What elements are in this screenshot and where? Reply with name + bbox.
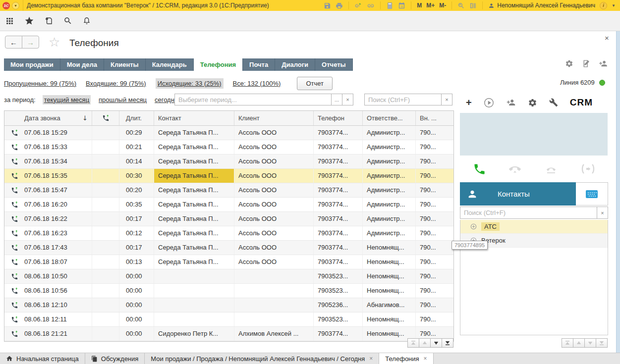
table-row[interactable]: 07.06.18 15:35 00:30 Середа Татьяна П...… [4, 169, 453, 183]
bottom-tab-my-sales[interactable]: Мои продажи / Продажа / Непомнящий Алекс… [145, 353, 379, 364]
wrench-settings-icon[interactable] [549, 98, 558, 107]
go-link-icon[interactable] [367, 2, 375, 9]
cell-contact [154, 298, 234, 312]
tab-dialogs[interactable]: Диалоги [275, 58, 315, 71]
tab-my-tasks[interactable]: Мои дела [60, 58, 104, 71]
report-button[interactable]: Отчет [297, 77, 333, 90]
contacts-search-input[interactable] [460, 207, 597, 218]
filter-outgoing[interactable]: Исходящие: 33 (25%) [156, 78, 224, 89]
bottom-tab-discussions[interactable]: Обсуждения [85, 353, 145, 364]
tab-mail[interactable]: Почта [243, 58, 275, 71]
zoom-in-icon[interactable] [457, 2, 465, 9]
softphone-settings-gear-icon[interactable] [528, 98, 537, 107]
save-icon[interactable] [324, 2, 331, 9]
close-form-icon[interactable]: × [605, 34, 609, 42]
period-picker-more-button[interactable]: ... [331, 94, 342, 105]
column-header-internal[interactable]: Вн. ... [416, 111, 454, 125]
column-header-duration[interactable]: Длит. [119, 111, 154, 125]
table-row[interactable]: 07.06.18 16:22 00:17 Середа Татьяна П...… [4, 212, 453, 226]
table-row[interactable]: 07.06.18 16:20 00:35 Середа Татьяна П...… [4, 198, 453, 212]
hold-call-button[interactable] [544, 163, 558, 175]
table-row[interactable]: 07.06.18 15:29 00:29 Середа Татьяна П...… [4, 126, 453, 140]
get-link-icon[interactable] [354, 2, 362, 9]
table-row[interactable]: 07.06.18 18:07 00:13 Середа Татьяна П...… [4, 255, 453, 269]
edit-journal-icon[interactable] [582, 59, 590, 68]
scroll-first-button[interactable] [407, 338, 419, 348]
scroll-first-button[interactable] [562, 338, 573, 348]
transfer-call-button[interactable] [580, 163, 595, 175]
close-tab-icon[interactable]: × [369, 355, 373, 362]
add-contact-icon[interactable] [506, 98, 516, 107]
period-picker-clear-button[interactable]: × [342, 94, 353, 105]
split-window-icon[interactable] [469, 2, 477, 9]
scroll-last-button[interactable] [442, 338, 453, 348]
scroll-up-button[interactable] [419, 338, 431, 348]
table-row[interactable]: 07.06.18 15:34 00:14 Середа Татьяна П...… [4, 155, 453, 169]
tab-telephony[interactable]: Телефония [194, 58, 243, 71]
history-icon[interactable] [44, 16, 54, 26]
filter-missed[interactable]: Пропущенные: 99 (75%) [4, 80, 76, 87]
calendar-icon[interactable]: 31 [398, 2, 405, 9]
tab-calendar[interactable]: Календарь [146, 58, 194, 71]
memory-m-button[interactable]: M [417, 2, 422, 9]
table-search-clear-button[interactable]: × [441, 94, 452, 105]
main-menu-caret-icon[interactable]: ▼ [12, 2, 19, 9]
answer-call-button[interactable] [473, 162, 486, 176]
table-row[interactable]: 07.06.18 17:43 00:17 Середа Татьяна П...… [4, 241, 453, 255]
vertical-scrollbar[interactable] [616, 31, 620, 353]
tab-dialpad[interactable] [576, 182, 608, 206]
bottom-tab-telephony[interactable]: Телефония × [379, 353, 433, 364]
table-row[interactable]: 07.06.18 16:23 00:12 Середа Татьяна П...… [4, 226, 453, 241]
calculator-icon[interactable] [386, 2, 394, 9]
menu-grid-icon[interactable] [5, 16, 14, 26]
table-row[interactable]: 07.06.18 15:33 00:21 Середа Татьяна П...… [4, 140, 453, 155]
scroll-down-button[interactable] [430, 338, 442, 348]
column-header-responsible[interactable]: Ответстве... [363, 111, 416, 125]
tab-clients[interactable]: Клиенты [104, 58, 146, 71]
table-row[interactable]: 08.06.18 12:10 00:00 7905236... Абнагимо… [4, 298, 453, 312]
notifications-bell-icon[interactable] [82, 16, 91, 25]
forward-button[interactable]: → [22, 36, 39, 49]
tab-reports[interactable]: Отчеты [315, 58, 353, 71]
column-header-contact[interactable]: Контакт [154, 111, 234, 125]
scroll-last-button[interactable] [596, 338, 608, 348]
bottom-tab-home[interactable]: Начальная страница [0, 353, 85, 364]
add-contact-icon[interactable] [599, 59, 608, 68]
filter-all[interactable]: Все: 132 (100%) [233, 80, 281, 87]
period-current-month[interactable]: текущий месяц [43, 95, 91, 104]
chevron-down-icon[interactable]: ▼ [612, 3, 616, 8]
hangup-call-button[interactable] [508, 163, 522, 175]
info-icon[interactable]: i [600, 2, 607, 9]
table-row[interactable]: 07.06.18 15:47 00:20 Середа Татьяна П...… [4, 183, 453, 198]
column-header-client[interactable]: Клиент [234, 111, 314, 125]
table-row[interactable]: 08.06.18 10:50 00:00 7903523... Непомнящ… [4, 269, 453, 284]
add-call-icon[interactable]: + [466, 98, 472, 107]
table-row[interactable]: 08.06.18 10:56 00:00 7903523... Непомнящ… [4, 284, 453, 298]
table-search-input[interactable] [365, 94, 441, 105]
scroll-down-button[interactable] [584, 338, 596, 348]
tab-contacts[interactable]: Контакты [460, 182, 576, 206]
contacts-search-clear-button[interactable]: × [597, 207, 608, 218]
scroll-up-button[interactable] [573, 338, 585, 348]
play-record-icon[interactable] [484, 98, 494, 108]
filter-incoming[interactable]: Входящие: 99 (75%) [86, 80, 146, 87]
table-row[interactable]: 08.06.18 21:21 00:00 Сидоренко Петр К...… [4, 327, 453, 341]
column-header-call-type[interactable] [92, 111, 119, 125]
close-tab-icon[interactable]: × [424, 355, 427, 362]
column-header-phone[interactable]: Телефон [314, 111, 363, 125]
add-favorite-star-icon[interactable]: ☆ [49, 36, 60, 49]
tab-my-sales[interactable]: Мои продажи [4, 58, 60, 71]
memory-m-minus-button[interactable]: M- [439, 2, 446, 9]
table-row[interactable]: 08.06.18 12:11 00:00 7903523... Непомнящ… [4, 312, 453, 327]
settings-gear-icon[interactable] [565, 59, 573, 68]
column-header-call-date[interactable]: Дата звонка↓ [4, 111, 92, 125]
search-icon[interactable] [63, 16, 72, 25]
period-picker-input[interactable] [175, 94, 331, 105]
current-user[interactable]: Непомнящий Алексей Геннадьевич [488, 2, 595, 9]
back-button[interactable]: ← [5, 36, 22, 49]
period-last-month[interactable]: прошлый месяц [99, 96, 147, 104]
favorites-star-icon[interactable] [24, 16, 34, 26]
tree-item-ats[interactable]: АТС [460, 220, 608, 234]
memory-m-plus-button[interactable]: M+ [426, 2, 435, 9]
print-icon[interactable] [336, 2, 343, 9]
